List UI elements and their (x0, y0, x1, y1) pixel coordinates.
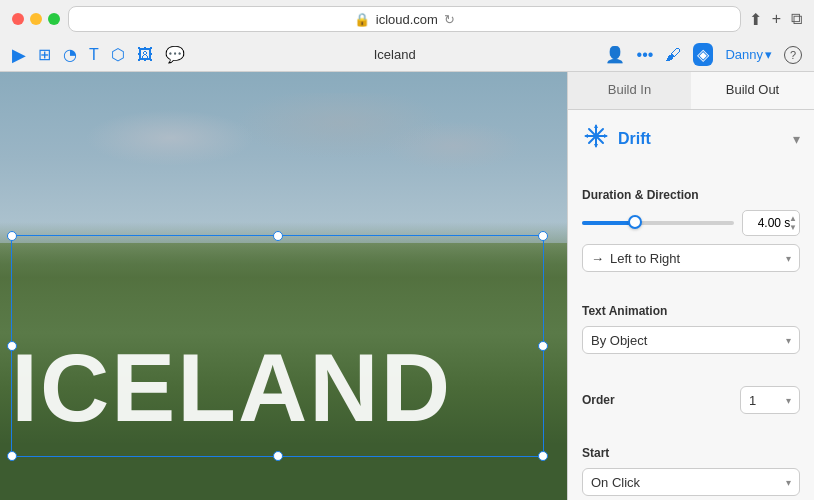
help-button[interactable]: ? (784, 46, 802, 64)
document-title: Iceland (197, 47, 593, 62)
reload-icon[interactable]: ↻ (444, 12, 455, 27)
fullscreen-window-button[interactable] (48, 13, 60, 25)
window-controls (12, 13, 60, 25)
clouds (0, 93, 567, 243)
user-name: Danny (725, 47, 763, 62)
animation-chevron-icon[interactable]: ▾ (793, 131, 800, 147)
start-chevron-icon: ▾ (786, 477, 791, 488)
direction-dropdown[interactable]: → Left to Right ▾ (582, 244, 800, 272)
direction-arrow-icon: → (591, 251, 604, 266)
direction-value: Left to Right (610, 251, 680, 266)
lock-icon: 🔒 (354, 12, 370, 27)
collaborate-icon[interactable]: 👤 (605, 45, 625, 64)
start-section-title: Start (582, 446, 800, 460)
tabs-icon[interactable]: ⧉ (791, 10, 802, 28)
order-dropdown[interactable]: 1 ▾ (740, 386, 800, 414)
browser-top-bar: 🔒 icloud.com ↻ ⬆ + ⧉ (0, 0, 814, 38)
panel-tabs: Build In Build Out (568, 72, 814, 110)
text-animation-title: Text Animation (582, 304, 800, 318)
tab-build-out[interactable]: Build Out (691, 72, 814, 109)
direction-dropdown-left: → Left to Right (591, 251, 680, 266)
text-animation-value: By Object (591, 333, 647, 348)
start-value: On Click (591, 475, 640, 490)
text-animation-section: Text Animation By Object ▾ (582, 304, 800, 354)
order-chevron-icon: ▾ (786, 395, 791, 406)
panel-content: Drift ▾ Duration & Direction 4.00 s ▲ (568, 110, 814, 500)
animation-panel: Build In Build Out (567, 72, 814, 500)
canvas-area[interactable]: ICELAND (0, 72, 567, 500)
start-dropdown[interactable]: On Click ▾ (582, 468, 800, 496)
drift-icon (582, 122, 610, 156)
play-button[interactable]: ▶ (12, 44, 26, 66)
chart-icon[interactable]: ◔ (63, 45, 77, 64)
order-section-title: Order (582, 393, 615, 407)
text-animation-chevron-icon: ▾ (786, 335, 791, 346)
close-window-button[interactable] (12, 13, 24, 25)
keynote-toolbar: ▶ ⊞ ◔ T ⬡ 🖼 💬 Iceland 👤 ••• 🖌 ◈ Danny ▾ … (0, 38, 814, 72)
duration-spinners: ▲ ▼ (789, 211, 797, 235)
animation-name-label: Drift (618, 130, 651, 148)
order-row: Order 1 ▾ (582, 386, 800, 414)
tab-build-in[interactable]: Build In (568, 72, 691, 109)
start-section: Start On Click ▾ (582, 446, 800, 496)
animation-header: Drift ▾ (582, 122, 800, 156)
duration-section-title: Duration & Direction (582, 188, 800, 202)
svg-marker-0 (594, 124, 598, 128)
minimize-window-button[interactable] (30, 13, 42, 25)
duration-decrement[interactable]: ▼ (789, 224, 797, 232)
duration-slider-track[interactable] (582, 221, 734, 225)
text-icon[interactable]: T (89, 46, 99, 64)
browser-right-icons: ⬆ + ⧉ (749, 10, 802, 29)
share-icon[interactable]: ⬆ (749, 10, 762, 29)
comment-icon[interactable]: 💬 (165, 45, 185, 64)
table-icon[interactable]: ⊞ (38, 45, 51, 64)
main-area: ICELAND Build In Build Out (0, 72, 814, 500)
order-value: 1 (749, 393, 756, 408)
slide-canvas: ICELAND (0, 72, 567, 500)
new-tab-icon[interactable]: + (772, 10, 781, 28)
duration-slider-row: 4.00 s ▲ ▼ (582, 210, 800, 236)
duration-value: 4.00 s (758, 216, 791, 230)
animate-icon[interactable]: ◈ (693, 43, 713, 66)
user-menu-button[interactable]: Danny ▾ (725, 47, 772, 62)
shapes-icon[interactable]: ⬡ (111, 45, 125, 64)
svg-marker-1 (594, 144, 598, 148)
paintbrush-icon[interactable]: 🖌 (665, 46, 681, 64)
duration-increment[interactable]: ▲ (789, 215, 797, 223)
direction-chevron-icon: ▾ (786, 253, 791, 264)
more-icon[interactable]: ••• (637, 46, 654, 64)
address-bar[interactable]: 🔒 icloud.com ↻ (68, 6, 741, 32)
user-chevron-icon: ▾ (765, 47, 772, 62)
url-text: icloud.com (376, 12, 438, 27)
duration-slider-thumb[interactable] (628, 215, 642, 229)
animation-name-row: Drift (582, 122, 651, 156)
duration-input[interactable]: 4.00 s ▲ ▼ (742, 210, 800, 236)
svg-marker-3 (604, 134, 608, 138)
iceland-text-element[interactable]: ICELAND (11, 340, 452, 436)
browser-chrome: 🔒 icloud.com ↻ ⬆ + ⧉ ▶ ⊞ ◔ T ⬡ 🖼 💬 Icela… (0, 0, 814, 72)
media-icon[interactable]: 🖼 (137, 46, 153, 64)
duration-section: Duration & Direction 4.00 s ▲ ▼ (582, 188, 800, 272)
svg-marker-2 (584, 134, 588, 138)
order-section: Order 1 ▾ (582, 386, 800, 414)
text-animation-dropdown[interactable]: By Object ▾ (582, 326, 800, 354)
